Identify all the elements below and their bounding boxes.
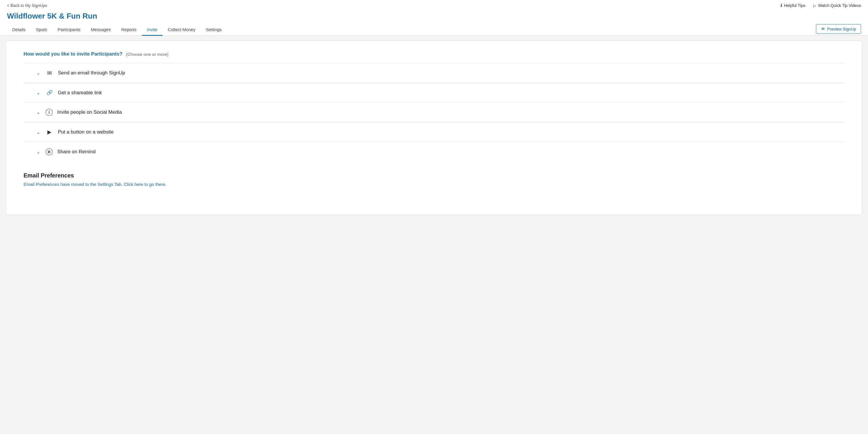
- link-icon: 🔗: [45, 90, 53, 96]
- chevron-button-icon: ⌄: [35, 129, 41, 135]
- option-email[interactable]: ⌄ ✉ Send an email through SignUp: [24, 63, 844, 83]
- invite-question-row: How would you like to invite Participant…: [24, 51, 844, 57]
- email-icon: ✉: [45, 69, 53, 77]
- watch-videos-link[interactable]: ▷ Watch Quick Tip Videos: [813, 3, 861, 8]
- option-remind[interactable]: ⌄ R Share on Remind: [24, 142, 844, 162]
- tab-details[interactable]: Details: [7, 24, 31, 36]
- option-email-label: Send an email through SignUp: [58, 70, 125, 76]
- invite-question-subtext: (Choose one or more): [126, 52, 168, 57]
- play-icon: ▷: [813, 3, 816, 8]
- button-icon: ▶: [45, 129, 53, 135]
- email-preferences-link[interactable]: Email Preferences have moved to the Sett…: [24, 182, 166, 187]
- chevron-email-icon: ⌄: [35, 70, 41, 76]
- tab-messages[interactable]: Messages: [86, 24, 116, 36]
- chevron-link-icon: ⌄: [35, 90, 41, 95]
- page-title: Wildflower 5K & Fun Run: [7, 12, 861, 24]
- info-icon: ℹ: [780, 3, 782, 8]
- option-button-label: Put a button on a website: [58, 129, 114, 135]
- email-preferences-title: Email Preferences: [24, 172, 844, 179]
- option-button[interactable]: ⌄ ▶ Put a button on a website: [24, 122, 844, 142]
- helpful-tips-link[interactable]: ℹ Helpful Tips: [780, 3, 805, 8]
- tab-settings[interactable]: Settings: [200, 24, 227, 36]
- option-link-label: Get a shareable link: [58, 90, 102, 96]
- tab-reports[interactable]: Reports: [116, 24, 142, 36]
- option-remind-label: Share on Remind: [57, 149, 96, 155]
- tab-collect-money[interactable]: Collect Money: [162, 24, 200, 36]
- chevron-remind-icon: ⌄: [35, 149, 41, 155]
- invite-question-label: How would you like to invite Participant…: [24, 51, 122, 57]
- preview-signup-button[interactable]: 👁 Preview SignUp: [816, 24, 861, 34]
- tab-spots[interactable]: Spots: [31, 24, 52, 36]
- main-content: How would you like to invite Participant…: [6, 40, 862, 215]
- email-preferences-section: Email Preferences Email Preferences have…: [24, 162, 844, 187]
- option-social-label: Invite people on Social Media: [57, 109, 122, 115]
- option-social[interactable]: ⌄ i Invite people on Social Media: [24, 103, 844, 122]
- option-link[interactable]: ⌄ 🔗 Get a shareable link: [24, 83, 844, 102]
- remind-icon: R: [45, 148, 53, 155]
- chevron-social-icon: ⌄: [35, 110, 41, 115]
- social-icon: i: [45, 109, 53, 116]
- tab-invite[interactable]: Invite: [142, 24, 163, 36]
- tab-bar: Details Spots Participants Messages Repo…: [7, 24, 227, 35]
- tab-participants[interactable]: Participants: [52, 24, 86, 36]
- eye-icon: 👁: [821, 26, 825, 31]
- back-link[interactable]: < Back to My SignUps: [7, 3, 47, 8]
